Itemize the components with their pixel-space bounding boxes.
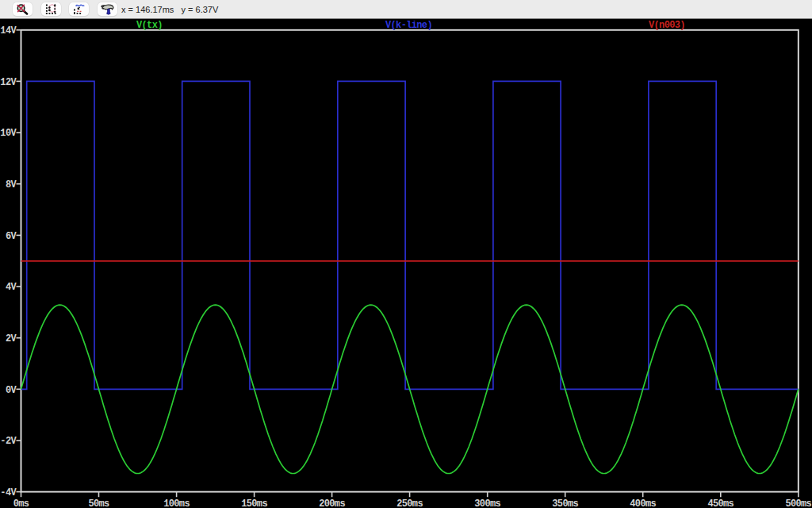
- svg-text:-2V: -2V: [0, 436, 17, 447]
- svg-text:400ms: 400ms: [630, 498, 656, 508]
- svg-text:0V: 0V: [6, 385, 17, 396]
- svg-text:500ms: 500ms: [785, 498, 811, 508]
- svg-text:2V: 2V: [6, 333, 17, 344]
- svg-text:14V: 14V: [0, 25, 17, 37]
- svg-text:4V: 4V: [6, 282, 17, 293]
- svg-text:-4V: -4V: [0, 487, 17, 498]
- svg-text:8V: 8V: [6, 179, 17, 190]
- svg-text:450ms: 450ms: [707, 498, 733, 508]
- svg-text:300ms: 300ms: [474, 498, 500, 508]
- svg-text:350ms: 350ms: [552, 498, 578, 508]
- svg-text:6V: 6V: [6, 231, 17, 242]
- svg-text:10V: 10V: [0, 128, 17, 139]
- svg-text:100ms: 100ms: [163, 498, 190, 508]
- svg-text:200ms: 200ms: [319, 498, 345, 508]
- svg-text:150ms: 150ms: [241, 498, 267, 508]
- svg-text:250ms: 250ms: [396, 498, 423, 508]
- svg-text:12V: 12V: [0, 77, 17, 88]
- svg-text:0ms: 0ms: [13, 498, 29, 508]
- svg-text:50ms: 50ms: [88, 498, 109, 508]
